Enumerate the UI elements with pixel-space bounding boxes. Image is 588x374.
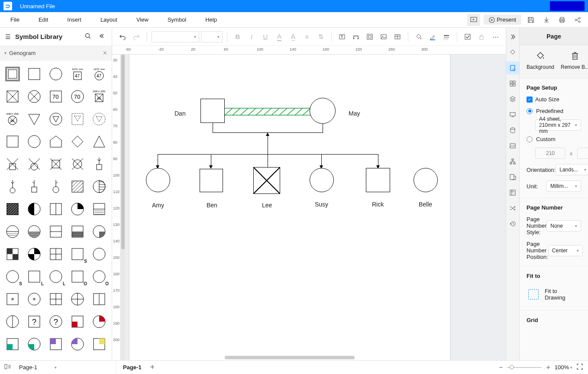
scrollbar-vertical[interactable] [121,55,125,360]
gallery-icon[interactable] [506,139,519,152]
present-rail-icon[interactable] [506,108,519,121]
add-page-button[interactable]: + [150,363,155,372]
node-amy[interactable] [146,168,170,192]
collapse-left-icon[interactable] [97,33,107,40]
node-ben[interactable] [200,169,223,192]
shape-bottom-dense-box[interactable] [68,222,87,241]
font-family-select[interactable]: ▾ [152,31,199,42]
page-preset-select[interactable]: A4 sheet, 210mm x 297 mm▾ [535,119,581,131]
export-icon[interactable] [506,171,519,184]
shape-bottom-half-box[interactable] [47,222,65,241]
shape-dashed-box-tri[interactable] [68,110,87,128]
shape-half-hatched-circle[interactable] [90,177,108,196]
shape-circle-outline[interactable] [25,132,43,151]
shape-dashed-circle-tri[interactable] [90,110,108,128]
height-input[interactable] [577,148,588,159]
shape-circle-green-bl[interactable] [25,335,43,353]
expand-right-icon[interactable] [506,30,519,43]
menu-insert[interactable]: Insert [63,14,86,26]
highlight-icon[interactable]: A̲ [287,31,299,43]
shape-circle-red-tr[interactable] [90,313,108,331]
shape-deceased-year-circle[interactable]: 1938200668 [3,110,22,128]
shape-triangle-down-circle[interactable] [47,110,65,128]
shape-male[interactable] [25,65,43,83]
shape-deceased-male[interactable] [3,87,22,106]
tree-icon[interactable] [506,155,519,168]
shape-hatched-box[interactable] [68,177,87,196]
shape-box-dot[interactable] [3,290,22,308]
shape-circle-x-overlay[interactable] [68,155,87,173]
shape-male-70[interactable]: 70 [47,87,65,106]
shape-cross-box[interactable] [47,245,65,263]
predefined-radio[interactable]: Predefined [527,108,581,114]
slideshow-icon[interactable] [467,14,480,26]
zoom-value[interactable]: 100%▾ [555,364,572,371]
shape-quarter-black-circle[interactable] [68,200,87,218]
shape-check-box-dense[interactable] [3,200,22,218]
shape-cross-black-circle[interactable] [25,245,43,263]
auto-size-checkbox[interactable]: ✓Auto Size [527,96,581,103]
shape-box-sub-o[interactable]: O [68,268,87,286]
node-rick[interactable] [366,168,390,192]
font-color-icon[interactable]: A [273,31,285,43]
zoom-out-icon[interactable]: − [499,364,503,371]
page-select[interactable]: Page-1▾ [16,364,60,371]
shape-female-year-circle[interactable]: 197047 [90,65,108,83]
fit-to-drawing-button[interactable]: Fit to Drawing [527,284,581,304]
node-susy[interactable] [310,168,334,192]
shape-male-year-box[interactable]: 197047 [68,65,87,83]
download-icon[interactable] [540,14,552,26]
shape-plant-box[interactable] [90,155,108,173]
canvas[interactable]: Dan [121,55,506,360]
fill-icon[interactable] [413,31,425,43]
shape-quarter-check-box[interactable] [3,245,22,263]
share-icon[interactable] [572,14,584,26]
checkbox-icon[interactable] [462,31,474,43]
zoom-in-icon[interactable]: + [546,364,550,371]
node-lee[interactable] [253,167,280,194]
connector-icon[interactable] [350,31,362,43]
node-dan[interactable] [200,99,225,123]
page-number-position-select[interactable]: Center▾ [548,245,583,256]
lock-icon[interactable] [475,31,488,43]
underline-icon[interactable]: U [259,31,271,43]
shape-pentagon[interactable] [47,132,65,151]
bold-icon[interactable]: B [232,31,244,43]
line-style-icon[interactable] [440,31,452,43]
shape-male-highlighted[interactable] [3,65,22,83]
menu-layout[interactable]: Layout [96,14,122,26]
font-size-select[interactable]: ▾ [201,31,223,42]
scrollbar-horizontal[interactable] [225,356,355,359]
shape-circle-ltblue-br[interactable] [90,358,108,360]
shape-box-yellow-tr[interactable] [90,335,108,353]
shape-plant-circle-2[interactable] [47,177,65,196]
image-icon[interactable] [378,31,390,43]
print-icon[interactable] [556,14,568,26]
node-belle[interactable] [414,168,438,192]
line-color-icon[interactable] [426,31,439,43]
present-button[interactable]: Present [484,15,521,25]
theme-icon[interactable] [506,46,519,59]
shape-deceased-year-box[interactable]: 1938200668 [90,87,108,106]
width-input[interactable] [535,148,565,159]
shape-empty-circle-s[interactable] [90,245,108,263]
shape-deceased-female[interactable] [25,87,43,106]
shape-box-sub-l[interactable]: L [25,268,43,286]
shape-plant-circle-down[interactable] [3,177,22,196]
shape-circle-yellow-tl-partial[interactable] [3,358,22,360]
shape-box-green-bl[interactable] [3,335,22,353]
fullscreen-icon[interactable] [577,364,583,371]
shape-circle-sub-l[interactable]: L [47,268,65,286]
layers-icon[interactable] [506,93,519,106]
shape-box-cross[interactable] [47,290,65,308]
search-icon[interactable] [83,33,93,41]
page-tab-1[interactable]: Page-1 [120,361,144,374]
shape-box-purple-tl[interactable] [47,335,65,353]
shape-triangle-up[interactable] [90,132,108,151]
shape-half-box-right[interactable] [47,200,65,218]
shape-female-70[interactable]: 70 [68,87,87,106]
shape-bottom-dense-circle[interactable] [25,222,43,241]
shape-circle-navy-br[interactable] [47,358,65,360]
data-icon[interactable] [506,124,519,137]
grid-icon[interactable] [506,77,519,90]
